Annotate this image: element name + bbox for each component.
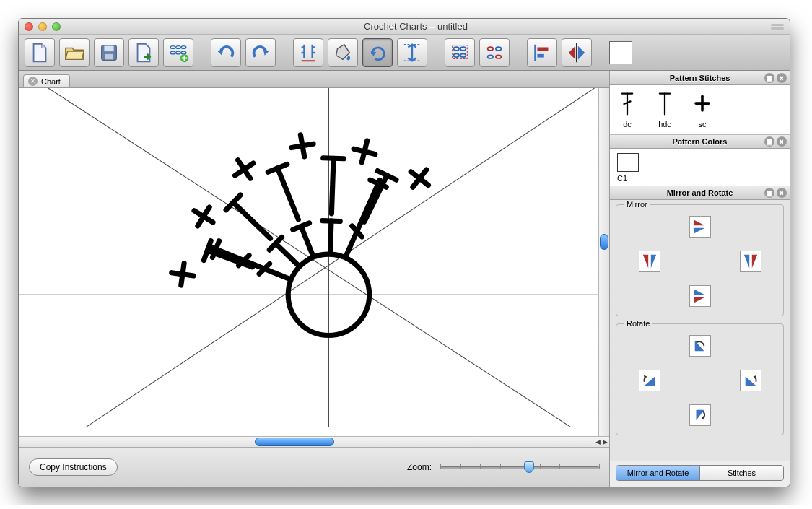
align-left-icon: [531, 42, 553, 64]
undock-panel-button[interactable]: ▣: [764, 136, 774, 147]
zoom-slider[interactable]: [440, 461, 599, 474]
export-button[interactable]: [128, 38, 159, 67]
rotate-180-button[interactable]: [689, 404, 711, 426]
scroll-arrows[interactable]: ◀ ▶: [595, 437, 608, 447]
chart-canvas[interactable]: [19, 88, 609, 436]
tab-stitches[interactable]: Stitches: [699, 466, 783, 480]
svg-point-18: [496, 55, 502, 58]
double-crochet-icon: [617, 91, 637, 117]
close-window-button[interactable]: [25, 22, 33, 31]
mirror-right-button[interactable]: [740, 251, 761, 272]
window-title: Crochet Charts – untitled: [61, 21, 771, 32]
ungroup-button[interactable]: [479, 38, 510, 67]
document-tab-strip: × Chart: [19, 71, 609, 88]
scale-tool-icon: [401, 42, 423, 64]
svg-line-35: [362, 141, 367, 162]
mirror-horizontal-icon: [566, 42, 588, 64]
mirror-down-button[interactable]: [689, 285, 711, 307]
svg-line-44: [331, 158, 333, 214]
svg-point-6: [170, 51, 175, 54]
redo-button[interactable]: [245, 38, 276, 67]
group-icon: [449, 42, 471, 64]
zoom-window-button[interactable]: [52, 22, 61, 31]
bottom-bar: Copy Instructions Zoom:: [19, 447, 609, 487]
window-controls: [25, 22, 61, 31]
rotate-tool-button[interactable]: [362, 38, 393, 67]
insert-stitch-button[interactable]: [293, 38, 323, 67]
rotate-90-button[interactable]: [689, 335, 711, 357]
mirror-left-icon: [642, 253, 658, 269]
main-toolbar: [19, 35, 790, 71]
zoom-control: Zoom:: [407, 461, 599, 474]
group-button[interactable]: [445, 38, 475, 67]
rotate-ccw-icon: [642, 373, 658, 388]
fill-bucket-button[interactable]: [328, 38, 358, 67]
svg-rect-20: [537, 53, 543, 57]
mirror-left-button[interactable]: [639, 251, 660, 272]
horizontal-scrollbar[interactable]: ◀ ▶: [19, 436, 609, 447]
svg-point-15: [488, 47, 494, 51]
new-file-button[interactable]: [25, 38, 55, 67]
undo-button[interactable]: [211, 38, 241, 67]
svg-rect-1: [104, 45, 113, 51]
stitch-hdc[interactable]: hdc: [655, 91, 675, 129]
stitch-dc[interactable]: dc: [617, 91, 637, 129]
svg-point-8: [181, 51, 186, 54]
stitch-sc[interactable]: sc: [692, 91, 712, 129]
mirror-down-icon: [692, 288, 708, 304]
copy-instructions-button[interactable]: Copy Instructions: [29, 458, 118, 476]
pattern-stitches-list: dc hdc sc: [610, 85, 790, 134]
export-icon: [133, 42, 154, 64]
svg-line-52: [346, 180, 380, 256]
undo-icon: [215, 42, 237, 64]
rotate-ccw-button[interactable]: [639, 370, 660, 391]
save-button[interactable]: [94, 38, 124, 67]
current-color-swatch[interactable]: [609, 41, 632, 64]
horizontal-scroll-thumb[interactable]: [255, 438, 334, 446]
fill-bucket-icon: [332, 42, 354, 64]
redo-icon: [250, 42, 271, 64]
mirror-up-icon: [692, 219, 708, 235]
svg-point-5: [181, 45, 186, 48]
svg-point-7: [176, 51, 181, 54]
svg-line-23: [48, 88, 595, 427]
rotate-cw-button[interactable]: [740, 370, 761, 391]
tab-mirror-rotate[interactable]: Mirror and Rotate: [616, 466, 699, 480]
mirror-right-icon: [743, 253, 759, 269]
minimize-window-button[interactable]: [38, 22, 47, 31]
scale-tool-button[interactable]: [397, 38, 427, 67]
window-grip-icon: [771, 24, 784, 30]
zoom-slider-thumb[interactable]: [524, 461, 534, 473]
open-file-button[interactable]: [59, 38, 90, 67]
color-swatch-icon: [617, 153, 639, 172]
color-c1[interactable]: C1: [617, 153, 646, 183]
new-file-icon: [29, 42, 51, 64]
svg-line-27: [172, 273, 193, 276]
vertical-scrollbar[interactable]: [598, 88, 609, 436]
vertical-scroll-thumb[interactable]: [600, 234, 608, 250]
close-tab-button[interactable]: ×: [28, 77, 38, 86]
half-double-crochet-icon: [655, 91, 675, 117]
svg-point-3: [170, 45, 175, 48]
svg-line-57: [301, 226, 313, 255]
close-panel-button[interactable]: ×: [777, 73, 787, 83]
stitch-list-button[interactable]: [163, 38, 193, 67]
mirror-rotate-body: Mirror: [610, 200, 790, 461]
ungroup-icon: [484, 42, 505, 64]
mirror-up-button[interactable]: [689, 216, 711, 238]
close-panel-button[interactable]: ×: [777, 188, 787, 198]
undock-panel-button[interactable]: ▣: [764, 188, 774, 198]
open-folder-icon: [64, 42, 85, 64]
mirror-fieldset: Mirror: [616, 204, 784, 316]
single-crochet-icon: [692, 91, 712, 117]
chart-tab[interactable]: × Chart: [23, 74, 70, 87]
align-button[interactable]: [527, 38, 557, 67]
close-panel-button[interactable]: ×: [777, 136, 787, 147]
svg-line-55: [276, 243, 298, 265]
rotate-cw-icon: [743, 373, 759, 388]
mirror-rotate-header: Mirror and Rotate ▣ ×: [610, 186, 790, 200]
side-panel-tabs: Mirror and Rotate Stitches: [616, 465, 784, 481]
undock-panel-button[interactable]: ▣: [764, 73, 774, 83]
mirror-button[interactable]: [562, 38, 592, 67]
zoom-label: Zoom:: [407, 462, 432, 472]
